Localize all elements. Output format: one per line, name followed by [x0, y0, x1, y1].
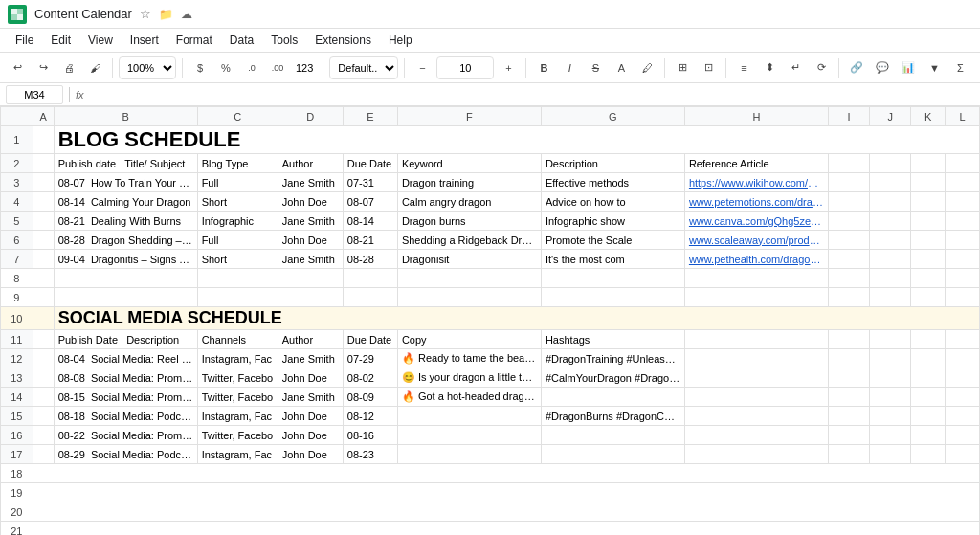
cell-j3[interactable]	[870, 173, 911, 192]
cell-h2[interactable]: Reference Article	[684, 154, 828, 173]
cell-c15[interactable]: Instagram, Fac	[197, 407, 278, 426]
cell-j11[interactable]	[870, 330, 911, 349]
cell-a16[interactable]	[33, 426, 54, 445]
cell-g4[interactable]: Advice on how to	[541, 192, 684, 212]
cell-a17[interactable]	[33, 445, 54, 464]
cell-f15[interactable]	[397, 407, 541, 426]
cell-d14[interactable]: Jane Smith	[278, 388, 343, 407]
align-vertical-button[interactable]: ⬍	[758, 56, 781, 79]
cell-i11[interactable]	[828, 330, 869, 349]
cell-e13[interactable]: 08-02	[343, 368, 397, 388]
decimal-increase-button[interactable]: .00	[266, 56, 289, 79]
cell-h12[interactable]	[684, 349, 828, 368]
percent-button[interactable]: %	[214, 56, 237, 79]
decimal-decrease-button[interactable]: .0	[240, 56, 263, 79]
col-header-g[interactable]: G	[541, 107, 684, 126]
cell-g7[interactable]: It's the most com	[541, 250, 684, 269]
row-header[interactable]: 2	[1, 154, 33, 173]
row-header[interactable]: 17	[1, 445, 33, 464]
cell-j14[interactable]	[870, 388, 911, 407]
function-button[interactable]: Σ	[948, 56, 971, 79]
cell-d7[interactable]: Jane Smith	[278, 250, 343, 269]
menu-extensions[interactable]: Extensions	[307, 32, 379, 49]
cell-g3[interactable]: Effective methods	[541, 173, 684, 192]
cell-g5[interactable]: Infographic show	[541, 212, 684, 231]
cell-e16[interactable]: 08-16	[343, 426, 397, 445]
menu-data[interactable]: Data	[222, 32, 261, 49]
cell-k8[interactable]	[911, 269, 946, 288]
cell-j12[interactable]	[870, 349, 911, 368]
col-header-j[interactable]: J	[870, 107, 911, 126]
col-header-e[interactable]: E	[343, 107, 397, 126]
cell-a6[interactable]	[33, 231, 54, 250]
cell-k3[interactable]	[911, 173, 946, 192]
cell-a13[interactable]	[33, 368, 54, 388]
cell-h6[interactable]: www.scaleaway.com/products/scaleawaypro3…	[684, 231, 828, 250]
cell-h7[interactable]: www.pethealth.com/dragons/dragonisit	[684, 250, 828, 269]
cell-l11[interactable]	[946, 330, 980, 349]
cell-i2[interactable]	[828, 154, 869, 173]
cell-a8[interactable]	[33, 269, 54, 288]
cell-reference-input[interactable]	[6, 85, 63, 104]
borders-button[interactable]: ⊞	[671, 56, 694, 79]
cell-k7[interactable]	[911, 250, 946, 269]
italic-button[interactable]: I	[558, 56, 581, 79]
row-header[interactable]: 16	[1, 426, 33, 445]
cell-a2[interactable]	[33, 154, 54, 173]
col-header-f[interactable]: F	[397, 107, 541, 126]
row-header[interactable]: 5	[1, 212, 33, 231]
cell-i17[interactable]	[828, 445, 869, 464]
cell-b16[interactable]: 08-22 Social Media: Promote blog	[54, 426, 197, 445]
cell-j6[interactable]	[870, 231, 911, 250]
cell-g12[interactable]: #DragonTraining #UnleashTheMagic	[541, 349, 684, 368]
cell-l3[interactable]	[946, 173, 980, 192]
cell-c14[interactable]: Twitter, Facebo	[197, 388, 278, 407]
font-size-input[interactable]	[436, 56, 494, 79]
cell-a7[interactable]	[33, 250, 54, 269]
row-header[interactable]: 6	[1, 231, 33, 250]
cell-e4[interactable]: 08-07	[343, 192, 397, 212]
cell-c8[interactable]	[197, 269, 278, 288]
cell-e2[interactable]: Due Date	[343, 154, 397, 173]
cell-a14[interactable]	[33, 388, 54, 407]
cell-l6[interactable]	[946, 231, 980, 250]
zoom-select[interactable]: 100%	[119, 56, 176, 79]
font-select[interactable]: Default...	[329, 56, 398, 79]
chart-button[interactable]: 📊	[897, 56, 920, 79]
cell-d5[interactable]: Jane Smith	[278, 212, 343, 231]
cell-a11[interactable]	[33, 330, 54, 349]
filter-button[interactable]: ▼	[923, 56, 946, 79]
row-header[interactable]: 15	[1, 407, 33, 426]
row-header[interactable]: 12	[1, 349, 33, 368]
cell-l14[interactable]	[946, 388, 980, 407]
cell-k17[interactable]	[911, 445, 946, 464]
cell-h9[interactable]	[684, 288, 828, 307]
cell-b12[interactable]: 08-04 Social Media: Reel – Responsible D…	[54, 349, 197, 368]
cell-c4[interactable]: Short	[197, 192, 278, 212]
bold-button[interactable]: B	[532, 56, 555, 79]
redo-button[interactable]: ↪	[32, 56, 55, 79]
highlight-color-button[interactable]: 🖊	[635, 56, 658, 79]
cell-f11[interactable]: Copy	[397, 330, 541, 349]
cell-d13[interactable]: John Doe	[278, 368, 343, 388]
cell-c3[interactable]: Full	[197, 173, 278, 192]
cell-h4[interactable]: www.petemotions.com/dragon/anger	[684, 192, 828, 212]
cell-g13[interactable]: #CalmYourDragon #DragonWhisperer"	[541, 368, 684, 388]
row-header[interactable]: 3	[1, 173, 33, 192]
cell-l5[interactable]	[946, 212, 980, 231]
currency-button[interactable]: $	[189, 56, 212, 79]
menu-tools[interactable]: Tools	[263, 32, 305, 49]
cell-20-empty[interactable]	[33, 502, 979, 522]
cell-b4[interactable]: 08-14 Calming Your Dragon	[54, 192, 197, 212]
row-header[interactable]: 20	[1, 502, 33, 522]
col-header-l[interactable]: L	[946, 107, 980, 126]
merge-button[interactable]: ⊡	[697, 56, 720, 79]
col-header-c[interactable]: C	[197, 107, 278, 126]
cell-g2[interactable]: Description	[541, 154, 684, 173]
cell-a4[interactable]	[33, 192, 54, 212]
cell-f4[interactable]: Calm angry dragon	[397, 192, 541, 212]
cell-d6[interactable]: John Doe	[278, 231, 343, 250]
cell-f8[interactable]	[397, 269, 541, 288]
cell-b15[interactable]: 08-18 Social Media: Podcast highlights	[54, 407, 197, 426]
cell-c17[interactable]: Instagram, Fac	[197, 445, 278, 464]
